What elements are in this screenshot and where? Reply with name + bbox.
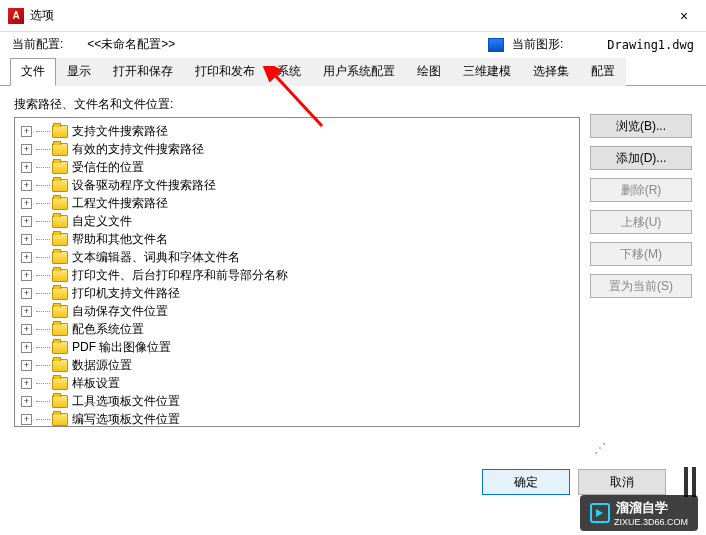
tree-connector bbox=[36, 167, 50, 168]
expander-icon[interactable]: + bbox=[21, 252, 32, 263]
expander-icon[interactable]: + bbox=[21, 234, 32, 245]
current-profile-value: <<未命名配置>> bbox=[87, 36, 175, 53]
decor-bar bbox=[684, 467, 688, 497]
folder-icon bbox=[52, 341, 68, 354]
side-button-0[interactable]: 浏览(B)... bbox=[590, 114, 692, 138]
side-button-4: 下移(M) bbox=[590, 242, 692, 266]
tab-5[interactable]: 用户系统配置 bbox=[312, 58, 406, 86]
expander-icon[interactable]: + bbox=[21, 198, 32, 209]
ok-button[interactable]: 确定 bbox=[482, 469, 570, 495]
tab-2[interactable]: 打开和保存 bbox=[102, 58, 184, 86]
tree-node[interactable]: +自定义文件 bbox=[17, 212, 577, 230]
current-profile-label: 当前配置: bbox=[12, 36, 63, 53]
tree-connector bbox=[36, 131, 50, 132]
tree-connector bbox=[36, 365, 50, 366]
expander-icon[interactable]: + bbox=[21, 360, 32, 371]
tab-4[interactable]: 系统 bbox=[266, 58, 312, 86]
tree-connector bbox=[36, 401, 50, 402]
folder-icon bbox=[52, 233, 68, 246]
close-button[interactable]: × bbox=[670, 2, 698, 30]
tree-node-label: 样板设置 bbox=[72, 375, 120, 392]
tree-node-label: 文本编辑器、词典和字体文件名 bbox=[72, 249, 240, 266]
tree-node[interactable]: +文本编辑器、词典和字体文件名 bbox=[17, 248, 577, 266]
current-drawing-value: Drawing1.dwg bbox=[607, 38, 694, 52]
tree-connector bbox=[36, 293, 50, 294]
side-button-5: 置为当前(S) bbox=[590, 274, 692, 298]
tab-7[interactable]: 三维建模 bbox=[452, 58, 522, 86]
tree-node[interactable]: +打印文件、后台打印程序和前导部分名称 bbox=[17, 266, 577, 284]
tree-node[interactable]: +自动保存文件位置 bbox=[17, 302, 577, 320]
folder-icon bbox=[52, 395, 68, 408]
folder-icon bbox=[52, 323, 68, 336]
expander-icon[interactable]: + bbox=[21, 342, 32, 353]
tree-node-label: 自动保存文件位置 bbox=[72, 303, 168, 320]
tree-node-label: 编写选项板文件位置 bbox=[72, 411, 180, 428]
expander-icon[interactable]: + bbox=[21, 378, 32, 389]
tree-node[interactable]: +设备驱动程序文件搜索路径 bbox=[17, 176, 577, 194]
tabs-bar: 文件显示打开和保存打印和发布系统用户系统配置绘图三维建模选择集配置 bbox=[0, 57, 706, 86]
folder-icon bbox=[52, 125, 68, 138]
profile-info-row: 当前配置: <<未命名配置>> 当前图形: Drawing1.dwg bbox=[0, 32, 706, 55]
drawing-icon bbox=[488, 38, 504, 52]
side-button-3: 上移(U) bbox=[590, 210, 692, 234]
expander-icon[interactable]: + bbox=[21, 270, 32, 281]
tree-connector bbox=[36, 221, 50, 222]
expander-icon[interactable]: + bbox=[21, 216, 32, 227]
tree-connector bbox=[36, 419, 50, 420]
expander-icon[interactable]: + bbox=[21, 324, 32, 335]
expander-icon[interactable]: + bbox=[21, 396, 32, 407]
dialog-footer: 确定 取消 bbox=[482, 469, 666, 495]
tree-node-label: 打印文件、后台打印程序和前导部分名称 bbox=[72, 267, 288, 284]
tree-node-label: 受信任的位置 bbox=[72, 159, 144, 176]
tree-node[interactable]: +打印机支持文件路径 bbox=[17, 284, 577, 302]
tab-6[interactable]: 绘图 bbox=[406, 58, 452, 86]
tree-node[interactable]: +有效的支持文件搜索路径 bbox=[17, 140, 577, 158]
cancel-button[interactable]: 取消 bbox=[578, 469, 666, 495]
tree-connector bbox=[36, 311, 50, 312]
folder-icon bbox=[52, 413, 68, 426]
expander-icon[interactable]: + bbox=[21, 144, 32, 155]
tree-view[interactable]: +支持文件搜索路径+有效的支持文件搜索路径+受信任的位置+设备驱动程序文件搜索路… bbox=[14, 117, 580, 427]
side-buttons-column: 浏览(B)...添加(D)...删除(R)上移(U)下移(M)置为当前(S) bbox=[590, 96, 692, 427]
side-button-1[interactable]: 添加(D)... bbox=[590, 146, 692, 170]
expander-icon[interactable]: + bbox=[21, 180, 32, 191]
folder-icon bbox=[52, 377, 68, 390]
tree-node[interactable]: +样板设置 bbox=[17, 374, 577, 392]
tree-node-label: 设备驱动程序文件搜索路径 bbox=[72, 177, 216, 194]
tree-connector bbox=[36, 239, 50, 240]
tree-node-label: 自定义文件 bbox=[72, 213, 132, 230]
tree-node[interactable]: +编写选项板文件位置 bbox=[17, 410, 577, 427]
tree-node[interactable]: +数据源位置 bbox=[17, 356, 577, 374]
folder-icon bbox=[52, 143, 68, 156]
window-title: 选项 bbox=[30, 7, 670, 24]
tree-node-label: 有效的支持文件搜索路径 bbox=[72, 141, 204, 158]
tab-1[interactable]: 显示 bbox=[56, 58, 102, 86]
tree-node-label: 数据源位置 bbox=[72, 357, 132, 374]
tab-0[interactable]: 文件 bbox=[10, 58, 56, 86]
tree-connector bbox=[36, 185, 50, 186]
tree-node[interactable]: +帮助和其他文件名 bbox=[17, 230, 577, 248]
tree-node-label: 支持文件搜索路径 bbox=[72, 123, 168, 140]
tree-node[interactable]: +PDF 输出图像位置 bbox=[17, 338, 577, 356]
expander-icon[interactable]: + bbox=[21, 414, 32, 425]
tree-node[interactable]: +工程文件搜索路径 bbox=[17, 194, 577, 212]
tree-node[interactable]: +支持文件搜索路径 bbox=[17, 122, 577, 140]
tree-node[interactable]: +受信任的位置 bbox=[17, 158, 577, 176]
tab-9[interactable]: 配置 bbox=[580, 58, 626, 86]
expander-icon[interactable]: + bbox=[21, 288, 32, 299]
watermark-brand: 溜溜自学 bbox=[616, 499, 688, 517]
folder-icon bbox=[52, 269, 68, 282]
tree-node[interactable]: +工具选项板文件位置 bbox=[17, 392, 577, 410]
side-button-2: 删除(R) bbox=[590, 178, 692, 202]
tree-connector bbox=[36, 347, 50, 348]
folder-icon bbox=[52, 305, 68, 318]
expander-icon[interactable]: + bbox=[21, 306, 32, 317]
tree-node[interactable]: +配色系统位置 bbox=[17, 320, 577, 338]
tree-node-label: 帮助和其他文件名 bbox=[72, 231, 168, 248]
current-drawing-label: 当前图形: bbox=[512, 36, 563, 53]
folder-icon bbox=[52, 251, 68, 264]
expander-icon[interactable]: + bbox=[21, 126, 32, 137]
expander-icon[interactable]: + bbox=[21, 162, 32, 173]
tab-3[interactable]: 打印和发布 bbox=[184, 58, 266, 86]
tab-8[interactable]: 选择集 bbox=[522, 58, 580, 86]
